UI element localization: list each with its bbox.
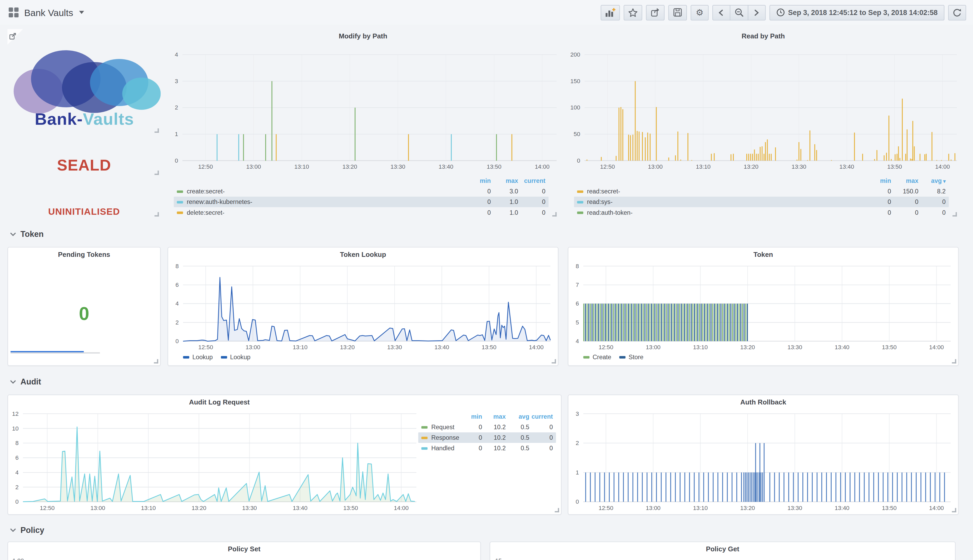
svg-text:8: 8 (175, 263, 179, 270)
save-button[interactable] (668, 5, 687, 20)
legend-value: 0 (918, 209, 946, 216)
init-status-text: UNINITIALISED (7, 206, 160, 217)
chevron-down-icon[interactable] (79, 10, 84, 14)
legend-value: 0 (529, 424, 553, 430)
panel-init-status: UNINITIALISED (7, 180, 160, 218)
panel-resize-handle[interactable] (552, 359, 556, 363)
panel-resize-handle[interactable] (155, 128, 159, 133)
legend-value: 0 (891, 209, 918, 216)
logo-text-primary: Bank- (35, 110, 83, 128)
refresh-button[interactable] (948, 5, 966, 20)
panel-title[interactable]: Policy Get (490, 545, 955, 553)
svg-text:13:20: 13:20 (740, 344, 755, 350)
panel-audit-log-request: Audit Log Request 02468101212:5013:0013:… (7, 395, 562, 515)
legend-item[interactable]: Lookup (183, 354, 213, 360)
series-name[interactable]: renew:auth-kubernetes- (187, 198, 252, 205)
legend-item[interactable]: Create (583, 354, 611, 360)
row-header-audit[interactable]: Audit (10, 376, 41, 387)
legend-value: 0 (529, 445, 553, 452)
legend-item[interactable]: Lookup (221, 354, 250, 360)
panel-resize-handle[interactable] (155, 212, 159, 216)
series-color-swatch[interactable] (421, 447, 427, 449)
panel-title[interactable]: Pending Tokens (8, 250, 160, 258)
dashboard-title[interactable]: Bank Vaults (24, 7, 73, 18)
series-color-swatch[interactable] (577, 211, 583, 214)
series-color-swatch[interactable] (577, 201, 583, 203)
panel-title[interactable]: Token (568, 250, 958, 258)
panel-resize-handle[interactable] (952, 359, 956, 363)
panel-title[interactable]: Policy Set (8, 545, 481, 553)
panel-resize-handle[interactable] (952, 508, 956, 512)
row-header-token[interactable]: Token (10, 228, 44, 239)
legend-sort-min[interactable]: min (464, 177, 491, 184)
series-name[interactable]: create:secret- (187, 188, 225, 195)
legend-sort-current[interactable]: current (518, 177, 546, 184)
clock-icon (776, 8, 785, 17)
legend-sort-max[interactable]: max (891, 177, 918, 184)
panel-resize-handle[interactable] (154, 359, 158, 363)
time-back-button[interactable] (713, 5, 730, 20)
read-by-path-chart[interactable]: 05010015020012:5013:0013:1013:2013:3013:… (568, 29, 959, 178)
series-name[interactable]: Request (431, 424, 454, 430)
panel-resize-handle[interactable] (555, 508, 559, 512)
legend-header: minmaxavgcurrent (418, 411, 556, 422)
svg-text:4: 4 (175, 51, 178, 58)
legend-item[interactable]: Store (619, 354, 643, 360)
legend-row: renew:auth-kubernetes-01.00 (174, 197, 549, 207)
series-color-swatch (183, 356, 189, 358)
zoom-out-button[interactable] (730, 5, 748, 20)
legend-sort-max[interactable]: max (482, 413, 506, 420)
row-header-policy[interactable]: Policy (10, 524, 44, 535)
token-lookup-chart[interactable]: 0246812:5013:0013:1013:2013:3013:4013:50… (168, 247, 558, 353)
series-color-swatch[interactable] (177, 190, 183, 192)
series-name[interactable]: read:sys- (587, 198, 613, 205)
panel-title[interactable]: Modify by Path (167, 32, 558, 40)
panel-title[interactable]: Read by Path (568, 32, 959, 40)
series-color-swatch[interactable] (421, 436, 427, 439)
legend-sort-current[interactable]: current (529, 413, 553, 420)
star-button[interactable] (624, 5, 643, 20)
auth-rollback-chart[interactable]: 012312:5013:0013:1013:2013:3013:4013:501… (568, 395, 958, 514)
series-color-swatch[interactable] (577, 190, 583, 192)
legend-value: 10.2 (482, 424, 506, 430)
series-name[interactable]: Response (431, 434, 459, 441)
legend-value: 1.0 (491, 198, 518, 205)
svg-text:13:10: 13:10 (294, 163, 309, 170)
svg-text:1: 1 (175, 131, 178, 137)
settings-button[interactable]: ⚙ (691, 5, 708, 20)
svg-text:6: 6 (15, 455, 18, 461)
svg-text:14:00: 14:00 (935, 163, 950, 170)
legend-sort-avg[interactable]: avg (506, 413, 529, 420)
panel-resize-handle[interactable] (552, 212, 557, 216)
apps-grid-icon[interactable] (9, 7, 19, 17)
add-panel-button[interactable] (601, 5, 620, 20)
token-chart[interactable]: 4567812:5013:0013:1013:2013:3013:4013:50… (568, 247, 958, 353)
series-name[interactable]: delete:secret- (187, 209, 224, 216)
legend-sort-avg[interactable]: avg ▾ (918, 177, 946, 184)
modify-by-path-chart[interactable]: 0123412:5013:0013:1013:2013:3013:4013:50… (167, 29, 558, 178)
series-name[interactable]: Handled (431, 445, 454, 452)
series-color-swatch[interactable] (421, 426, 427, 428)
panel-modify-by-path: Modify by Path 0123412:5013:0013:1013:20… (167, 29, 558, 218)
series-name: Lookup (230, 354, 250, 360)
series-name[interactable]: read:secret- (587, 188, 620, 195)
navbar: Bank Vaults ⚙ (0, 0, 973, 25)
series-color-swatch[interactable] (177, 211, 183, 214)
time-range-button[interactable]: Sep 3, 2018 12:45:12 to Sep 3, 2018 14:0… (769, 5, 945, 20)
svg-text:14:00: 14:00 (529, 344, 544, 350)
panel-title[interactable]: Audit Log Request (8, 398, 431, 405)
time-forward-button[interactable] (748, 5, 766, 20)
panel-resize-handle[interactable] (155, 170, 159, 175)
panel-title[interactable]: Auth Rollback (568, 398, 958, 405)
chart-legend: minmaxavgcurrentRequest010.20.50Response… (418, 411, 556, 453)
series-color-swatch[interactable] (177, 201, 183, 203)
legend-sort-min[interactable]: min (864, 177, 891, 184)
share-button[interactable] (646, 5, 665, 20)
panel-resize-handle[interactable] (953, 212, 957, 216)
svg-text:13:20: 13:20 (744, 163, 758, 170)
panel-title[interactable]: Token Lookup (168, 250, 558, 258)
series-name[interactable]: read:auth-token- (587, 209, 633, 216)
panel-read-by-path: Read by Path 05010015020012:5013:0013:10… (568, 29, 959, 218)
legend-sort-min[interactable]: min (459, 413, 482, 420)
legend-sort-max[interactable]: max (491, 177, 518, 184)
